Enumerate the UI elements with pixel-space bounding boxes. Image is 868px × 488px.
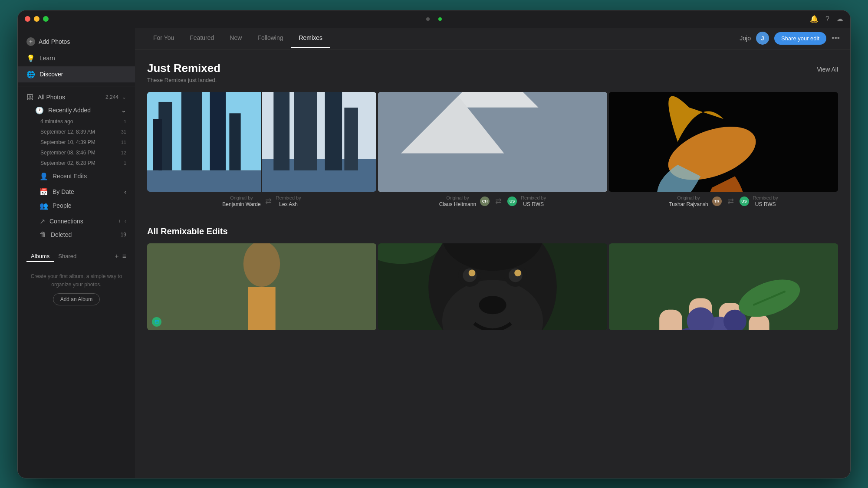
- connections-chevron: ‹: [125, 218, 126, 224]
- sidebar: + Add Photos 💡 Learn 🌐 Discover 🖼 All Ph…: [18, 28, 135, 478]
- albums-empty: Create your first album, a simple way to…: [18, 265, 135, 312]
- maximize-button[interactable]: [43, 16, 49, 22]
- photo-half-right: [262, 92, 376, 192]
- sidebar-item-learn[interactable]: 💡 Learn: [18, 50, 135, 66]
- svg-rect-12: [325, 92, 342, 170]
- photo-inner-mountain: [378, 92, 607, 192]
- photo-inner-fish: [609, 92, 838, 192]
- photo-item-fish[interactable]: Original by Tushar Rajvansh TR ⇄ US Remi…: [609, 92, 838, 209]
- photo-item-city[interactable]: Original by Benjamin Warde ⇄ Remixed by …: [147, 92, 376, 209]
- photos-icon: 🖼: [26, 93, 33, 101]
- people-icon: 👥: [39, 202, 48, 210]
- edit-icon: 👤: [39, 172, 48, 180]
- tab-new[interactable]: New: [222, 28, 250, 48]
- nav-right: Jojo J Share your edit •••: [740, 32, 840, 45]
- photo-inner-city: [147, 92, 376, 192]
- view-all-button[interactable]: View All: [817, 62, 838, 73]
- photo-inner-berries: [609, 243, 838, 330]
- all-photos-section[interactable]: 🖼 All Photos 2,244 ⌄: [18, 90, 135, 103]
- svg-rect-11: [273, 92, 289, 170]
- avatar-us-rws-2: US: [740, 197, 749, 206]
- minimize-button[interactable]: [34, 16, 39, 22]
- all-remixable-grid: 🌐: [147, 243, 838, 330]
- tab-for-you[interactable]: For You: [145, 28, 182, 48]
- photo-caption-mountain: Original by Claus Heitmann CH ⇄ US Remix…: [378, 192, 607, 209]
- add-album-icon[interactable]: +: [115, 252, 118, 260]
- tab-featured[interactable]: Featured: [182, 28, 222, 48]
- sub-item-sep08[interactable]: September 08, 3:46 PM 12: [18, 147, 135, 158]
- sub-item-sep02-count: 1: [124, 160, 126, 166]
- help-icon[interactable]: ?: [825, 15, 829, 23]
- svg-rect-6: [153, 119, 162, 170]
- caption-original-city: Original by Benjamin Warde: [222, 195, 260, 207]
- by-date-section[interactable]: 📅 By Date ‹: [18, 184, 135, 198]
- remixed-author-city: Lex Ash: [279, 201, 298, 207]
- svg-rect-10: [294, 92, 317, 170]
- sub-item-sep02[interactable]: September 02, 6:28 PM 1: [18, 158, 135, 168]
- remixed-label-city: Remixed by: [276, 195, 301, 200]
- sidebar-item-people[interactable]: 👥 People: [18, 198, 135, 214]
- deleted-section[interactable]: 🗑 Deleted 19: [18, 227, 135, 240]
- add-connection-icon[interactable]: +: [118, 218, 121, 224]
- svg-point-57: [514, 269, 521, 276]
- close-button[interactable]: [25, 16, 30, 22]
- remixed-author-fish: US RWS: [755, 201, 776, 207]
- remix-separator-fish: ⇄: [727, 197, 734, 206]
- sub-item-sep12[interactable]: September 12, 8:39 AM 31: [18, 127, 135, 137]
- dot-active: [438, 17, 442, 21]
- all-photos-count: 2,244: [105, 94, 118, 100]
- bell-icon[interactable]: 🔔: [810, 15, 819, 23]
- tab-remixes[interactable]: Remixes: [291, 28, 330, 48]
- deleted-label: Deleted: [51, 231, 72, 238]
- photo-caption-city: Original by Benjamin Warde ⇄ Remixed by …: [147, 192, 376, 209]
- dot-inactive: [426, 17, 430, 21]
- connections-right: + ‹: [118, 218, 126, 224]
- svg-rect-2: [181, 92, 202, 170]
- sub-item-4min[interactable]: 4 minutes ago 1: [18, 116, 135, 127]
- share-edit-button[interactable]: Share your edit: [774, 32, 826, 45]
- connections-label: Connections: [49, 218, 83, 225]
- cloud-icon[interactable]: ☁: [836, 15, 843, 23]
- original-author-mountain: Claus Heitmann: [439, 201, 476, 207]
- remix-separator-city: ⇄: [265, 197, 272, 206]
- photo-inner-dogs: 🌐: [147, 243, 376, 330]
- deleted-count: 19: [121, 232, 126, 238]
- svg-rect-1: [147, 170, 261, 191]
- sidebar-item-recent-edits[interactable]: 👤 Recent Edits: [18, 168, 135, 184]
- tab-albums[interactable]: Albums: [26, 251, 54, 262]
- all-photos-label: All Photos: [38, 94, 65, 101]
- sub-item-sep12-label: September 12, 8:39 AM: [40, 129, 95, 135]
- sidebar-item-discover[interactable]: 🌐 Discover: [18, 66, 135, 82]
- connections-section[interactable]: ↗ Connections + ‹: [18, 214, 135, 227]
- divider-2: [18, 244, 135, 244]
- just-remixed-header: Just Remixed These Remixes just landed. …: [147, 62, 838, 83]
- just-remixed-title-group: Just Remixed These Remixes just landed.: [147, 62, 220, 83]
- sub-item-sep10[interactable]: September 10, 4:39 PM 11: [18, 137, 135, 147]
- caption-remixed-mountain: Remixed by US RWS: [521, 195, 546, 207]
- tab-following[interactable]: Following: [250, 28, 291, 48]
- list-icon[interactable]: ≡: [122, 252, 126, 260]
- main-content: For You Featured New Following Remixes J…: [135, 28, 850, 478]
- tab-shared[interactable]: Shared: [54, 251, 81, 262]
- recently-added-section[interactable]: 🕐 Recently Added ⌄: [18, 103, 135, 116]
- photo-caption-fish: Original by Tushar Rajvansh TR ⇄ US Remi…: [609, 192, 838, 209]
- add-photos-button[interactable]: + Add Photos: [18, 33, 135, 50]
- discover-label: Discover: [39, 71, 63, 78]
- learn-icon: 💡: [26, 54, 35, 62]
- add-album-button[interactable]: Add an Album: [53, 293, 100, 305]
- more-options-button[interactable]: •••: [832, 34, 840, 43]
- photo-item-berries[interactable]: [609, 243, 838, 330]
- original-author-fish: Tushar Rajvansh: [669, 201, 708, 207]
- add-icon: +: [26, 37, 35, 46]
- avatar-claus: CH: [480, 197, 490, 206]
- remixed-author-mountain: US RWS: [523, 201, 544, 207]
- photo-item-gorilla[interactable]: [378, 243, 607, 330]
- photo-item-dogs[interactable]: 🌐: [147, 243, 376, 330]
- sub-item-4min-label: 4 minutes ago: [40, 118, 73, 124]
- remixed-label-fish: Remixed by: [753, 195, 778, 200]
- photo-item-mountain[interactable]: Original by Claus Heitmann CH ⇄ US Remix…: [378, 92, 607, 209]
- svg-rect-65: [659, 309, 682, 330]
- caption-original-fish: Original by Tushar Rajvansh: [669, 195, 708, 207]
- content-scroll[interactable]: Just Remixed These Remixes just landed. …: [135, 49, 850, 478]
- original-label-mountain: Original by: [446, 195, 469, 200]
